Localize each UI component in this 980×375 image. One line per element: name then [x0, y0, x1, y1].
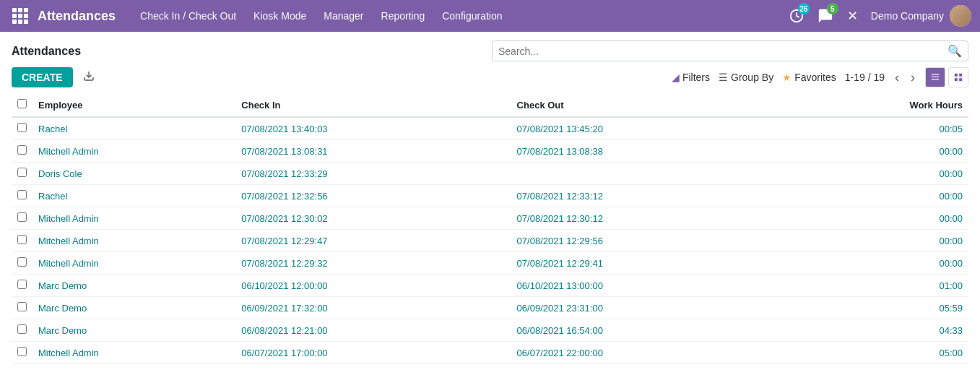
grid-view-button[interactable]	[948, 67, 968, 87]
grid-menu-icon[interactable]	[9, 4, 32, 27]
employee-cell[interactable]: Marc Demo	[32, 319, 235, 342]
work-hours-cell: 00:00	[786, 230, 968, 252]
work-hours-cell: 00:00	[786, 185, 968, 207]
row-checkbox[interactable]	[17, 123, 27, 132]
employee-cell[interactable]: Mitchell Admin	[32, 140, 235, 163]
check-in-cell: 07/08/2021 12:33:29	[235, 163, 511, 185]
check-out-cell: 07/08/2021 12:33:12	[511, 185, 786, 207]
employee-cell[interactable]: Rachel	[32, 185, 235, 207]
work-hours-cell: 05:00	[786, 342, 968, 364]
employee-cell[interactable]: Mitchell Admin	[32, 207, 235, 230]
svg-rect-4	[932, 79, 940, 79]
nav-configuration[interactable]: Configuration	[435, 6, 509, 26]
row-checkbox[interactable]	[17, 324, 27, 334]
select-all-header[interactable]	[12, 93, 32, 117]
employee-cell[interactable]: Mitchell Admin	[32, 230, 235, 252]
check-in-cell: 07/08/2021 12:30:02	[235, 207, 511, 230]
prev-page-button[interactable]: ‹	[893, 70, 901, 85]
row-checkbox[interactable]	[17, 257, 27, 267]
check-in-cell: 07/08/2021 13:40:03	[235, 117, 511, 140]
favorites-button[interactable]: ★ Favorites	[782, 72, 836, 83]
row-checkbox-cell[interactable]	[12, 319, 32, 342]
search-bar: 🔍	[492, 40, 968, 61]
download-button[interactable]	[79, 67, 99, 87]
row-checkbox-cell[interactable]	[12, 185, 32, 207]
table-row: Rachel 07/08/2021 12:32:56 07/08/2021 12…	[12, 185, 968, 207]
check-out-cell: 06/10/2021 13:00:00	[511, 275, 786, 297]
table-row: Mitchell Admin 06/07/2021 17:00:00 06/07…	[12, 342, 968, 364]
work-hours-cell: 00:00	[786, 252, 968, 275]
messages-btn[interactable]: 5	[814, 4, 837, 27]
employee-cell[interactable]: Mitchell Admin	[32, 342, 235, 364]
nav-reporting[interactable]: Reporting	[374, 6, 433, 26]
attendance-table: Employee Check In Check Out Work Hours R…	[12, 93, 968, 364]
list-view-button[interactable]	[925, 67, 945, 87]
svg-rect-6	[959, 74, 962, 77]
search-input[interactable]	[498, 46, 948, 57]
row-checkbox[interactable]	[17, 168, 27, 177]
create-button[interactable]: CREATE	[12, 67, 73, 87]
svg-rect-3	[932, 77, 940, 77]
row-checkbox-cell[interactable]	[12, 207, 32, 230]
filters-button[interactable]: ◢ Filters	[672, 72, 710, 83]
row-checkbox-cell[interactable]	[12, 163, 32, 185]
group-by-button[interactable]: ☰ Group By	[719, 72, 773, 83]
check-in-cell: 07/08/2021 12:29:47	[235, 230, 511, 252]
row-checkbox-cell[interactable]	[12, 342, 32, 364]
main-nav: Check In / Check Out Kiosk Mode Manager …	[133, 6, 785, 26]
avatar[interactable]	[950, 5, 971, 27]
row-checkbox-cell[interactable]	[12, 117, 32, 140]
company-name: Demo Company	[871, 10, 944, 22]
check-in-header: Check In	[235, 93, 511, 117]
row-checkbox-cell[interactable]	[12, 275, 32, 297]
employee-cell[interactable]: Rachel	[32, 117, 235, 140]
row-checkbox[interactable]	[17, 145, 27, 155]
notifications-btn[interactable]: 26	[785, 4, 808, 27]
row-checkbox-cell[interactable]	[12, 140, 32, 163]
pagination-info: 1-19 / 19	[845, 72, 885, 83]
table-row: Mitchell Admin 07/08/2021 12:30:02 07/08…	[12, 207, 968, 230]
table-row: Marc Demo 06/10/2021 12:00:00 06/10/2021…	[12, 275, 968, 297]
employee-cell[interactable]: Mitchell Admin	[32, 252, 235, 275]
work-hours-cell: 00:00	[786, 163, 968, 185]
nav-kiosk[interactable]: Kiosk Mode	[246, 6, 313, 26]
messages-badge: 5	[827, 3, 838, 14]
row-checkbox[interactable]	[17, 190, 27, 199]
row-checkbox[interactable]	[17, 235, 27, 244]
nav-checkin[interactable]: Check In / Check Out	[133, 6, 243, 26]
employee-cell[interactable]: Doris Cole	[32, 163, 235, 185]
check-out-cell: 07/08/2021 12:30:12	[511, 207, 786, 230]
list-icon: ☰	[719, 72, 728, 83]
check-in-cell: 06/07/2021 17:00:00	[235, 342, 511, 364]
select-all-checkbox[interactable]	[17, 99, 27, 108]
work-hours-cell: 00:05	[786, 117, 968, 140]
page-header: Attendances 🔍	[0, 32, 980, 61]
check-out-cell: 07/08/2021 12:29:41	[511, 252, 786, 275]
app-title: Attendances	[38, 9, 116, 24]
close-icon[interactable]: ✕	[843, 5, 862, 27]
row-checkbox[interactable]	[17, 280, 27, 289]
view-toggle	[925, 67, 968, 87]
nav-manager[interactable]: Manager	[316, 6, 370, 26]
employee-cell[interactable]: Marc Demo	[32, 297, 235, 319]
row-checkbox[interactable]	[17, 212, 27, 222]
star-icon: ★	[782, 72, 792, 83]
search-icon: 🔍	[948, 44, 962, 58]
check-in-cell: 06/08/2021 12:21:00	[235, 319, 511, 342]
check-in-cell: 07/08/2021 12:29:32	[235, 252, 511, 275]
row-checkbox-cell[interactable]	[12, 230, 32, 252]
check-in-cell: 06/10/2021 12:00:00	[235, 275, 511, 297]
next-page-button[interactable]: ›	[909, 70, 916, 85]
notification-badge: 26	[798, 3, 810, 14]
table-row: Mitchell Admin 07/08/2021 12:29:32 07/08…	[12, 252, 968, 275]
work-hours-cell: 05:59	[786, 297, 968, 319]
row-checkbox-cell[interactable]	[12, 252, 32, 275]
row-checkbox[interactable]	[17, 302, 27, 311]
table-row: Marc Demo 06/09/2021 17:32:00 06/09/2021…	[12, 297, 968, 319]
work-hours-header: Work Hours	[786, 93, 968, 117]
row-checkbox[interactable]	[17, 347, 27, 356]
table-row: Doris Cole 07/08/2021 12:33:29 00:00	[12, 163, 968, 185]
employee-cell[interactable]: Marc Demo	[32, 275, 235, 297]
row-checkbox-cell[interactable]	[12, 297, 32, 319]
table-container: Employee Check In Check Out Work Hours R…	[0, 93, 980, 364]
